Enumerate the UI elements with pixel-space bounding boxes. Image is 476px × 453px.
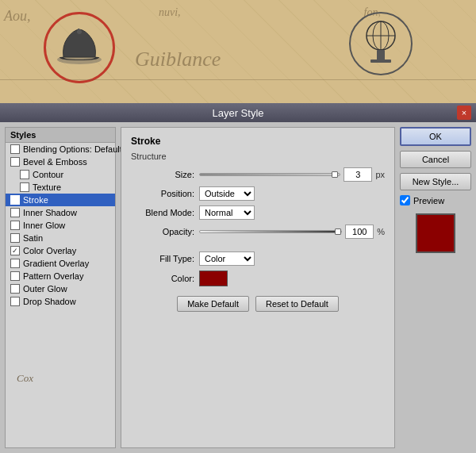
dialog-body: Styles Blending Options: Default Bevel &… (0, 122, 476, 453)
sidebar-item-gradient-overlay[interactable]: Gradient Overlay (6, 257, 115, 270)
position-select[interactable]: Outside Inside Center (199, 186, 255, 201)
size-slider-thumb[interactable] (332, 171, 338, 178)
bg-text-large: Guiblance (135, 48, 221, 71)
checkbox-color-overlay[interactable] (10, 246, 20, 255)
sidebar-label-satin: Satin (23, 233, 43, 243)
globe-icon (359, 18, 403, 70)
make-default-button[interactable]: Make Default (177, 296, 249, 312)
size-slider[interactable] (199, 173, 340, 176)
stroke-section-title: Stroke (131, 136, 385, 147)
ok-button[interactable]: OK (400, 127, 471, 146)
helmet-icon (56, 24, 103, 71)
right-panel: OK Cancel New Style... Preview (400, 127, 471, 448)
color-row: Color: (131, 271, 385, 286)
globe-circle (349, 12, 413, 75)
sidebar-item-pattern-overlay[interactable]: Pattern Overlay (6, 270, 115, 282)
bg-text-left: Aou, (4, 8, 31, 25)
preview-swatch (416, 213, 455, 253)
checkbox-bevel[interactable] (10, 157, 20, 167)
opacity-label: Opacity: (131, 227, 194, 236)
sidebar-item-satin[interactable]: Satin (6, 232, 115, 244)
blend-mode-label: Blend Mode: (131, 208, 194, 217)
size-row: Size: px (131, 167, 385, 182)
size-slider-container: px (199, 167, 385, 182)
spacer (131, 244, 385, 251)
sidebar-label-bevel: Bevel & Emboss (23, 157, 87, 167)
dialog-title: Layer Style (212, 107, 263, 119)
sidebar-label-inner-shadow: Inner Shadow (23, 208, 77, 217)
sidebar-item-color-overlay[interactable]: Color Overlay (6, 244, 115, 257)
divider-line (0, 79, 476, 80)
sidebar-label-color-overlay: Color Overlay (23, 246, 76, 255)
checkbox-blending[interactable] (10, 144, 20, 154)
bottom-buttons: Make Default Reset to Default (131, 296, 385, 312)
checkbox-stroke[interactable] (10, 195, 20, 205)
sidebar-item-inner-glow[interactable]: Inner Glow (6, 219, 115, 232)
size-label: Size: (131, 170, 194, 179)
sidebar-item-outer-glow[interactable]: Outer Glow (6, 282, 115, 295)
size-input[interactable] (344, 167, 372, 182)
sidebar-item-contour[interactable]: Contour (6, 168, 115, 181)
checkbox-outer-glow[interactable] (10, 284, 20, 294)
checkbox-drop-shadow[interactable] (10, 297, 20, 306)
checkbox-satin[interactable] (10, 233, 20, 243)
checkbox-gradient-overlay[interactable] (10, 259, 20, 268)
opacity-slider-thumb[interactable] (335, 228, 341, 235)
reset-default-button[interactable]: Reset to Default (255, 296, 339, 312)
new-style-button[interactable]: New Style... (400, 173, 471, 190)
sidebar-item-drop-shadow[interactable]: Drop Shadow (6, 295, 115, 308)
position-row: Position: Outside Inside Center (131, 186, 385, 201)
sidebar-label-blending: Blending Options: Default (23, 144, 122, 154)
sidebar-item-texture[interactable]: Texture (6, 181, 115, 194)
stroke-panel: Stroke Structure Size: px Position: (121, 127, 395, 448)
position-label: Position: (131, 189, 194, 198)
checkbox-pattern-overlay[interactable] (10, 271, 20, 281)
color-label: Color: (131, 274, 194, 283)
bg-text-center: nuvi, (159, 6, 181, 19)
size-unit: px (375, 170, 385, 179)
sidebar-label-inner-glow: Inner Glow (23, 221, 65, 230)
sidebar-label-gradient-overlay: Gradient Overlay (23, 259, 89, 268)
helmet-circle (44, 12, 115, 83)
dialog-close-button[interactable]: × (457, 106, 471, 120)
checkbox-texture[interactable] (20, 182, 29, 192)
styles-panel: Styles Blending Options: Default Bevel &… (5, 127, 116, 448)
preview-checkbox-row: Preview (400, 195, 471, 205)
sidebar-item-inner-shadow[interactable]: Inner Shadow (6, 206, 115, 219)
dialog-titlebar: Layer Style × (0, 103, 476, 122)
fill-type-select[interactable]: Color Gradient Pattern (199, 251, 255, 266)
sidebar-label-stroke: Stroke (23, 195, 48, 205)
background-canvas: Aou, nuvi, fon, Guiblance (0, 0, 476, 103)
preview-checkbox[interactable] (400, 195, 410, 205)
svg-rect-7 (370, 60, 391, 63)
sidebar-label-pattern-overlay: Pattern Overlay (23, 271, 83, 281)
blend-mode-row: Blend Mode: Normal Multiply Screen (131, 205, 385, 220)
checkbox-contour[interactable] (20, 170, 29, 179)
opacity-slider[interactable] (199, 230, 342, 233)
fill-type-label: Fill Type: (131, 254, 194, 263)
opacity-input[interactable] (345, 225, 374, 239)
sidebar-label-drop-shadow: Drop Shadow (23, 297, 76, 306)
color-swatch[interactable] (199, 271, 228, 286)
sidebar-label-outer-glow: Outer Glow (23, 284, 67, 294)
sidebar-label-contour: Contour (33, 170, 63, 179)
styles-panel-header: Styles (6, 128, 115, 143)
cox-text: Cox (17, 372, 33, 385)
checkbox-inner-shadow[interactable] (10, 208, 20, 217)
opacity-unit: % (377, 227, 385, 236)
cancel-button[interactable]: Cancel (400, 151, 471, 168)
sidebar-item-blending[interactable]: Blending Options: Default (6, 143, 115, 155)
layer-style-dialog: Layer Style × Styles Blending Options: D… (0, 103, 476, 453)
stroke-settings-panel: Stroke Structure Size: px Position: (121, 127, 395, 448)
sidebar-item-bevel[interactable]: Bevel & Emboss (6, 155, 115, 168)
blend-mode-select[interactable]: Normal Multiply Screen (199, 205, 255, 220)
preview-label: Preview (413, 196, 444, 205)
opacity-slider-container: % (199, 225, 385, 239)
checkbox-inner-glow[interactable] (10, 221, 20, 230)
opacity-row: Opacity: % (131, 225, 385, 239)
svg-rect-6 (377, 50, 385, 61)
sidebar-label-texture: Texture (33, 182, 61, 192)
structure-subtitle: Structure (131, 152, 385, 161)
fill-type-row: Fill Type: Color Gradient Pattern (131, 251, 385, 266)
sidebar-item-stroke[interactable]: Stroke (6, 194, 115, 206)
